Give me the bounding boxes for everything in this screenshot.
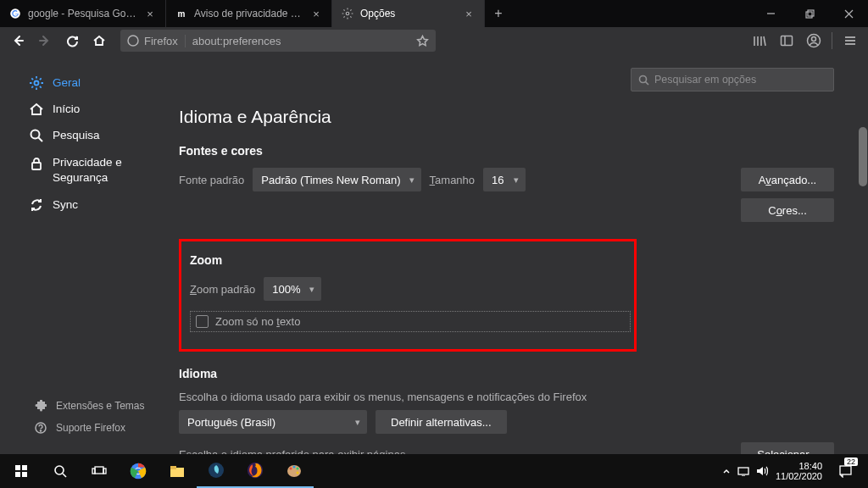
- search-placeholder: Pesquisar em opções: [654, 74, 756, 86]
- svg-point-19: [35, 80, 39, 85]
- identity-label: Firefox: [144, 35, 178, 47]
- search-icon: [29, 128, 44, 143]
- select-languages-button[interactable]: Selecionar...: [741, 442, 834, 454]
- sidebar-item-home[interactable]: Início: [0, 96, 174, 122]
- main-pane: Pesquisar em opções Idioma e Aparência F…: [174, 54, 868, 454]
- display-language-select[interactable]: Português (Brasil): [179, 410, 367, 434]
- close-icon[interactable]: ×: [143, 7, 157, 20]
- svg-point-47: [297, 472, 299, 474]
- taskbar-chrome[interactable]: [119, 454, 158, 488]
- new-tab-button[interactable]: +: [485, 0, 512, 27]
- maximize-button[interactable]: [790, 0, 829, 27]
- back-button[interactable]: [5, 29, 31, 53]
- home-icon: [29, 102, 44, 117]
- tab-strip: google - Pesquisa Google × m Aviso de pr…: [0, 0, 751, 27]
- svg-rect-3: [806, 12, 812, 18]
- sidebar-button[interactable]: [774, 29, 799, 53]
- account-button[interactable]: [801, 29, 826, 53]
- home-button[interactable]: [86, 29, 112, 53]
- tab-privacy[interactable]: m Aviso de privacidade do Firefo ×: [166, 0, 332, 27]
- default-zoom-select[interactable]: 100%: [264, 277, 320, 301]
- url-bar[interactable]: Firefox about:preferences: [120, 30, 436, 52]
- sidebar-support[interactable]: Suporte Firefox: [0, 417, 174, 439]
- start-button[interactable]: [2, 454, 41, 488]
- close-window-button[interactable]: [829, 0, 868, 27]
- taskbar-app1[interactable]: [197, 454, 236, 488]
- language-desc-2: Escolha o idioma preferido para exibir p…: [179, 448, 405, 455]
- sidebar-item-label: Privacidade e Segurança: [53, 155, 164, 185]
- zoom-text-only-row[interactable]: Zoom só no texto: [190, 311, 631, 332]
- tray-volume-icon[interactable]: [756, 465, 769, 477]
- select-value: Padrão (Times New Roman): [261, 174, 400, 186]
- tab-label: Aviso de privacidade do Firefo: [194, 8, 303, 19]
- default-font-label: Fonte padrão: [179, 174, 244, 186]
- close-icon[interactable]: ×: [309, 7, 323, 20]
- scrollbar-thumb[interactable]: [859, 127, 867, 186]
- svg-rect-29: [15, 472, 20, 477]
- bookmark-star-icon[interactable]: [416, 35, 429, 47]
- categories-sidebar: Geral Início Pesquisa Privacidade e Segu…: [0, 54, 174, 454]
- sidebar-item-search[interactable]: Pesquisa: [0, 122, 174, 148]
- task-view-button[interactable]: [80, 454, 119, 488]
- colors-button[interactable]: Cores...: [741, 198, 834, 222]
- url-text: about:preferences: [192, 35, 409, 47]
- system-tray: 18:40 11/02/2020 22: [722, 454, 866, 488]
- zoom-text-only-label: Zoom só no texto: [215, 315, 300, 328]
- titlebar: google - Pesquisa Google × m Aviso de pr…: [0, 0, 868, 27]
- tab-label: google - Pesquisa Google: [28, 8, 137, 19]
- select-value: Português (Brasil): [187, 416, 275, 429]
- select-value: 16: [492, 174, 504, 186]
- set-alternatives-button[interactable]: Definir alternativas...: [376, 410, 507, 434]
- tray-chevron-icon[interactable]: [722, 467, 731, 475]
- taskbar-firefox[interactable]: [236, 454, 275, 488]
- search-icon: [638, 75, 649, 86]
- tab-options[interactable]: Opções ×: [332, 0, 485, 27]
- tray-network-icon[interactable]: [737, 466, 749, 476]
- taskbar-paint[interactable]: [275, 454, 314, 488]
- svg-point-20: [31, 130, 40, 138]
- google-favicon: [8, 7, 22, 20]
- library-button[interactable]: [747, 29, 772, 53]
- tray-clock[interactable]: 18:40 11/02/2020: [776, 461, 822, 481]
- identity-box[interactable]: Firefox: [127, 35, 186, 47]
- font-size-select[interactable]: 16: [483, 168, 526, 191]
- notification-button[interactable]: 22: [829, 454, 861, 488]
- sidebar-item-general[interactable]: Geral: [0, 69, 174, 96]
- default-zoom-label: Zoom padrão: [190, 283, 255, 296]
- tab-google[interactable]: google - Pesquisa Google ×: [0, 0, 166, 27]
- svg-line-26: [646, 81, 649, 85]
- advanced-fonts-button[interactable]: Avançado...: [741, 168, 834, 191]
- minimize-button[interactable]: [751, 0, 790, 27]
- default-font-select[interactable]: Padrão (Times New Roman): [253, 168, 420, 191]
- search-input[interactable]: Pesquisar em opções: [631, 68, 834, 92]
- notification-count: 22: [844, 458, 858, 466]
- taskbar-explorer[interactable]: [158, 454, 197, 488]
- reload-button[interactable]: [59, 29, 85, 53]
- svg-point-44: [290, 468, 292, 470]
- app-menu-button[interactable]: [837, 29, 863, 53]
- zoom-section-highlight: Zoom Zoom padrão 100% Zoom só no texto: [179, 239, 637, 352]
- puzzle-icon: [34, 400, 47, 412]
- svg-line-32: [63, 474, 66, 477]
- gear-icon: [29, 75, 44, 91]
- windows-taskbar: 18:40 11/02/2020 22: [0, 454, 868, 488]
- sidebar-item-sync[interactable]: Sync: [0, 191, 174, 218]
- sidebar-extensions[interactable]: Extensões e Temas: [0, 395, 174, 417]
- svg-rect-28: [22, 465, 27, 470]
- checkbox-unchecked[interactable]: [196, 315, 209, 328]
- forward-button[interactable]: [32, 29, 58, 53]
- sidebar-item-privacy[interactable]: Privacidade e Segurança: [0, 148, 174, 191]
- svg-line-21: [39, 137, 43, 141]
- svg-point-24: [40, 430, 41, 431]
- close-icon[interactable]: ×: [462, 7, 476, 20]
- heading-zoom: Zoom: [190, 253, 626, 267]
- search-taskbar-button[interactable]: [41, 454, 80, 488]
- sidebar-item-label: Pesquisa: [53, 129, 100, 141]
- svg-rect-12: [782, 36, 793, 46]
- svg-point-1: [346, 12, 349, 15]
- button-label: Definir alternativas...: [391, 416, 492, 429]
- sidebar-item-label: Sync: [53, 198, 78, 211]
- preferences-content: Geral Início Pesquisa Privacidade e Segu…: [0, 54, 868, 454]
- svg-rect-48: [738, 468, 748, 474]
- svg-rect-4: [808, 10, 814, 16]
